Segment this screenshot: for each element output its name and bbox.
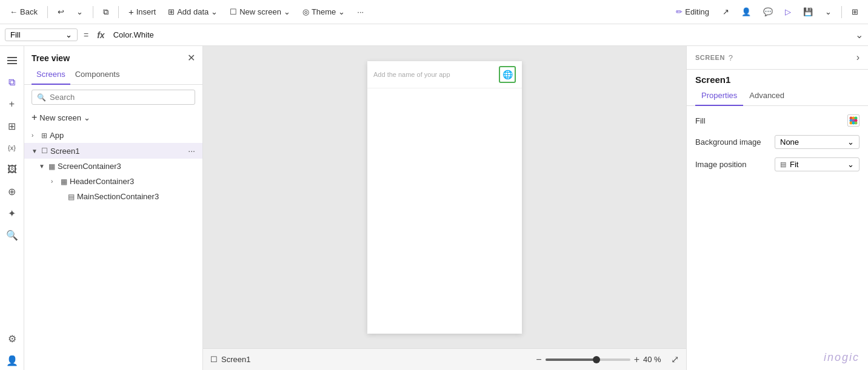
comments-button[interactable]: 💬 (758, 5, 778, 19)
rail-settings-button[interactable]: ⚙ (2, 329, 22, 348)
add-data-button[interactable]: ⊞ Add data ⌄ (163, 5, 222, 19)
bg-image-chevron-icon: ⌄ (847, 137, 854, 147)
prop-fill-label: Fill (695, 116, 706, 125)
prop-fill-swatch[interactable] (847, 114, 860, 127)
app-canvas[interactable]: Add the name of your app 🌐 (367, 61, 522, 334)
theme-label: Theme (312, 7, 336, 16)
insert-button[interactable]: + Insert (124, 4, 161, 19)
screen1-icon: ☐ (41, 147, 48, 155)
search-rail-icon: 🔍 (6, 230, 18, 241)
zoom-controls: − + 40 % ⤢ (536, 354, 679, 365)
save-dropdown-button[interactable]: ⌄ (820, 5, 836, 19)
insert-rail-icon: + (9, 99, 15, 110)
prop-help-icon[interactable]: ? (729, 53, 733, 62)
main-layout: ⧉ + ⊞ {x} 🖼 ⊕ ✦ 🔍 ⚙ 👤 (0, 46, 868, 370)
prop-bg-image-select[interactable]: None ⌄ (775, 135, 860, 149)
rail-search-button[interactable]: 🔍 (2, 225, 22, 245)
prop-image-position-select[interactable]: ▤ Fit ⌄ (775, 157, 860, 171)
new-screen-tree-button[interactable]: + New screen ⌄ (24, 110, 202, 128)
zoom-in-button[interactable]: + (634, 354, 639, 365)
rail-account-button[interactable]: 👤 (2, 351, 22, 370)
divider-4 (841, 6, 842, 18)
add-data-chevron-icon: ⌄ (211, 7, 218, 16)
tree-header: Tree view ✕ (24, 46, 202, 67)
copy-button[interactable]: ⧉ (98, 5, 113, 19)
run-button[interactable]: ▷ (780, 5, 796, 19)
new-screen-chevron-icon: ⌄ (284, 7, 290, 16)
tree-item-headercontainer3[interactable]: › ▦ HeaderContainer3 (24, 174, 202, 189)
expand-headercontainer3-icon: › (51, 178, 58, 185)
screencontainer3-label: ScreenContainer3 (58, 162, 195, 171)
app-icon: ⊞ (41, 131, 47, 140)
person-button[interactable]: 👤 (736, 5, 756, 19)
tab-screens[interactable]: Screens (32, 67, 70, 85)
prop-image-position-row: Image position ▤ Fit ⌄ (695, 157, 860, 171)
svg-rect-0 (7, 57, 17, 58)
search-input[interactable] (50, 93, 190, 102)
tree-close-button[interactable]: ✕ (187, 52, 195, 64)
prop-image-position-value: Fit (790, 160, 798, 169)
svg-point-11 (855, 122, 858, 125)
rail-menu-button[interactable] (2, 51, 22, 70)
canvas-header: Add the name of your app 🌐 (367, 61, 522, 88)
new-screen-tree-label: New screen (39, 113, 81, 122)
formula-input[interactable] (111, 30, 852, 39)
save-button[interactable]: 💾 (798, 5, 818, 19)
zoom-slider[interactable] (546, 358, 630, 361)
canvas-bottom-bar: ☐ Screen1 − + 40 % ⤢ (203, 348, 686, 370)
data-rail-icon: ⊞ (8, 121, 16, 132)
prop-expand-icon[interactable]: › (856, 52, 860, 63)
svg-rect-1 (7, 60, 17, 61)
prop-select-with-icon: ▤ Fit (780, 160, 798, 169)
theme-button[interactable]: ◎ Theme ⌄ (298, 5, 350, 19)
add-data-label: Add data (177, 7, 209, 16)
rail-connectors-button[interactable]: ⊕ (2, 182, 22, 201)
undo-button[interactable]: ↩ (53, 5, 69, 19)
app-check-icon: ⊞ (852, 7, 858, 16)
app-check-button[interactable]: ⊞ (847, 5, 863, 19)
divider-1 (47, 6, 48, 18)
rail-variables-button[interactable]: {x} (2, 138, 22, 157)
variables-icon: {x} (8, 144, 16, 151)
new-screen-button[interactable]: ☐ New screen ⌄ (225, 5, 295, 19)
share-button[interactable]: ↗ (718, 5, 734, 19)
fullscreen-button[interactable]: ⤢ (671, 354, 679, 365)
insert-label: Insert (136, 7, 156, 16)
prop-screen-name: Screen1 (687, 70, 868, 87)
tab-advanced[interactable]: Advanced (743, 87, 790, 106)
zoom-unit: % (654, 355, 661, 364)
prop-fill-row: Fill (695, 114, 860, 127)
equals-sign: = (81, 30, 91, 40)
editing-button[interactable]: ✏ Editing (670, 5, 715, 19)
rail-data-button[interactable]: ⊞ (2, 116, 22, 136)
settings-icon: ⚙ (8, 333, 16, 345)
rail-insert-button[interactable]: + (2, 94, 22, 114)
mainsectioncontainer3-icon: ▤ (68, 193, 75, 201)
tree-panel: Tree view ✕ Screens Components 🔍 + New s… (24, 46, 203, 370)
rail-media-button[interactable]: 🖼 (2, 160, 22, 179)
tab-components[interactable]: Components (70, 67, 125, 85)
formula-expand-icon[interactable]: ⌄ (855, 29, 863, 41)
rail-ai-button[interactable]: ✦ (2, 203, 22, 223)
zoom-out-button[interactable]: − (536, 354, 541, 365)
rail-layers-button[interactable]: ⧉ (2, 73, 22, 92)
property-selector[interactable]: Fill ⌄ (5, 28, 78, 41)
expand-screen1-icon: ▼ (32, 148, 39, 154)
more-label: ··· (357, 7, 364, 16)
more-button[interactable]: ··· (352, 5, 369, 19)
property-label: Fill (10, 30, 21, 39)
undo-dropdown-button[interactable]: ⌄ (72, 5, 88, 19)
tree-item-screen1[interactable]: ▼ ☐ Screen1 ··· (24, 143, 202, 159)
tab-properties[interactable]: Properties (695, 87, 743, 106)
zoom-slider-thumb (593, 356, 600, 363)
tree-search-container: 🔍 (32, 90, 195, 105)
back-button[interactable]: ← Back (5, 5, 42, 19)
back-label: Back (20, 7, 38, 16)
formula-bar: Fill ⌄ = fx ⌄ (0, 24, 868, 46)
divider-2 (93, 6, 93, 18)
prop-header: SCREEN ? › (687, 46, 868, 70)
tree-item-app[interactable]: › ⊞ App (24, 128, 202, 143)
tree-item-screencontainer3[interactable]: ▼ ▦ ScreenContainer3 (24, 159, 202, 174)
tree-item-mainsectioncontainer3[interactable]: › ▤ MainSectionContainer3 (24, 189, 202, 204)
screen1-more-button[interactable]: ··· (188, 146, 195, 156)
